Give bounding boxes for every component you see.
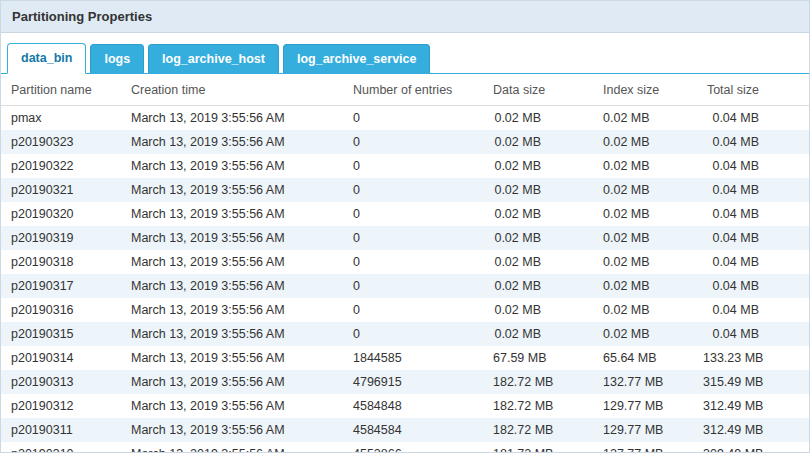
cell-total-size: 0.04 MB <box>693 274 810 298</box>
cell-number-of-entries: 0 <box>343 250 483 274</box>
table-row: p20190322March 13, 2019 3:55:56 AM00.02 … <box>1 154 810 178</box>
table-row: p20190312March 13, 2019 3:55:56 AM458484… <box>1 394 810 418</box>
tab-data_bin[interactable]: data_bin <box>7 43 86 74</box>
cell-number-of-entries: 4796915 <box>343 370 483 394</box>
table-row: p20190316March 13, 2019 3:55:56 AM00.02 … <box>1 298 810 322</box>
table-row: p20190323March 13, 2019 3:55:56 AM00.02 … <box>1 130 810 154</box>
cell-creation-time: March 13, 2019 3:55:56 AM <box>121 202 343 226</box>
table-body: pmaxMarch 13, 2019 3:55:56 AM00.02 MB0.0… <box>1 106 810 453</box>
cell-total-size: 0.04 MB <box>693 250 810 274</box>
cell-data-size: 0.02 MB <box>483 154 593 178</box>
cell-data-size: 0.02 MB <box>483 274 593 298</box>
cell-total-size: 0.04 MB <box>693 130 810 154</box>
cell-index-size: 0.02 MB <box>593 322 693 346</box>
cell-creation-time: March 13, 2019 3:55:56 AM <box>121 274 343 298</box>
cell-partition-name: p20190315 <box>1 322 121 346</box>
cell-partition-name: p20190313 <box>1 370 121 394</box>
cell-number-of-entries: 0 <box>343 274 483 298</box>
partitioning-properties-panel: Partitioning Properties data_binlogslog_… <box>0 0 810 453</box>
cell-index-size: 127.77 MB <box>593 442 693 453</box>
cell-number-of-entries: 4584848 <box>343 394 483 418</box>
cell-creation-time: March 13, 2019 3:55:56 AM <box>121 106 343 131</box>
cell-index-size: 0.02 MB <box>593 226 693 250</box>
cell-creation-time: March 13, 2019 3:55:56 AM <box>121 370 343 394</box>
cell-creation-time: March 13, 2019 3:55:56 AM <box>121 442 343 453</box>
cell-creation-time: March 13, 2019 3:55:56 AM <box>121 394 343 418</box>
cell-data-size: 182.72 MB <box>483 394 593 418</box>
cell-partition-name: p20190320 <box>1 202 121 226</box>
cell-data-size: 0.02 MB <box>483 250 593 274</box>
cell-partition-name: p20190316 <box>1 298 121 322</box>
cell-data-size: 0.02 MB <box>483 178 593 202</box>
cell-partition-name: p20190322 <box>1 154 121 178</box>
cell-data-size: 0.02 MB <box>483 298 593 322</box>
cell-data-size: 0.02 MB <box>483 106 593 131</box>
cell-partition-name: p20190317 <box>1 274 121 298</box>
title-bar: Partitioning Properties <box>1 1 809 33</box>
column-header-total-size: Total size <box>693 74 810 106</box>
cell-partition-name: p20190318 <box>1 250 121 274</box>
cell-partition-name: p20190314 <box>1 346 121 370</box>
cell-number-of-entries: 1844585 <box>343 346 483 370</box>
tab-log_archive_service[interactable]: log_archive_service <box>283 44 431 73</box>
tab-bar: data_binlogslog_archive_hostlog_archive_… <box>1 33 809 74</box>
table-row: p20190313March 13, 2019 3:55:56 AM479691… <box>1 370 810 394</box>
cell-total-size: 312.49 MB <box>693 394 810 418</box>
cell-partition-name: p20190323 <box>1 130 121 154</box>
table-row: p20190318March 13, 2019 3:55:56 AM00.02 … <box>1 250 810 274</box>
cell-index-size: 0.02 MB <box>593 250 693 274</box>
cell-number-of-entries: 4552866 <box>343 442 483 453</box>
cell-index-size: 0.02 MB <box>593 202 693 226</box>
cell-partition-name: pmax <box>1 106 121 131</box>
cell-total-size: 133.23 MB <box>693 346 810 370</box>
cell-index-size: 0.02 MB <box>593 178 693 202</box>
cell-total-size: 0.04 MB <box>693 226 810 250</box>
partitions-table: Partition nameCreation timeNumber of ent… <box>1 74 810 453</box>
cell-creation-time: March 13, 2019 3:55:56 AM <box>121 250 343 274</box>
cell-total-size: 0.04 MB <box>693 106 810 131</box>
cell-partition-name: p20190311 <box>1 418 121 442</box>
cell-creation-time: March 13, 2019 3:55:56 AM <box>121 178 343 202</box>
cell-index-size: 129.77 MB <box>593 418 693 442</box>
column-header-index-size: Index size <box>593 74 693 106</box>
cell-number-of-entries: 0 <box>343 322 483 346</box>
cell-total-size: 0.04 MB <box>693 154 810 178</box>
cell-index-size: 129.77 MB <box>593 394 693 418</box>
cell-index-size: 0.02 MB <box>593 130 693 154</box>
cell-index-size: 132.77 MB <box>593 370 693 394</box>
cell-data-size: 0.02 MB <box>483 202 593 226</box>
table-row: p20190320March 13, 2019 3:55:56 AM00.02 … <box>1 202 810 226</box>
cell-creation-time: March 13, 2019 3:55:56 AM <box>121 226 343 250</box>
column-header-number-of-entries: Number of entries <box>343 74 483 106</box>
cell-index-size: 0.02 MB <box>593 298 693 322</box>
cell-data-size: 67.59 MB <box>483 346 593 370</box>
table-row: p20190314March 13, 2019 3:55:56 AM184458… <box>1 346 810 370</box>
cell-number-of-entries: 0 <box>343 130 483 154</box>
table-row: p20190310March 13, 2019 3:55:56 AM455286… <box>1 442 810 453</box>
cell-number-of-entries: 0 <box>343 202 483 226</box>
tab-log_archive_host[interactable]: log_archive_host <box>148 44 279 73</box>
cell-total-size: 315.49 MB <box>693 370 810 394</box>
cell-index-size: 0.02 MB <box>593 106 693 131</box>
cell-data-size: 0.02 MB <box>483 226 593 250</box>
cell-number-of-entries: 0 <box>343 298 483 322</box>
cell-index-size: 65.64 MB <box>593 346 693 370</box>
cell-data-size: 0.02 MB <box>483 322 593 346</box>
column-header-creation-time: Creation time <box>121 74 343 106</box>
cell-partition-name: p20190312 <box>1 394 121 418</box>
cell-partition-name: p20190310 <box>1 442 121 453</box>
cell-index-size: 0.02 MB <box>593 274 693 298</box>
table-header-row: Partition nameCreation timeNumber of ent… <box>1 74 810 106</box>
table-row: p20190315March 13, 2019 3:55:56 AM00.02 … <box>1 322 810 346</box>
cell-creation-time: March 13, 2019 3:55:56 AM <box>121 346 343 370</box>
cell-data-size: 182.72 MB <box>483 370 593 394</box>
cell-number-of-entries: 0 <box>343 178 483 202</box>
cell-creation-time: March 13, 2019 3:55:56 AM <box>121 154 343 178</box>
tab-logs[interactable]: logs <box>90 44 144 73</box>
cell-total-size: 312.49 MB <box>693 418 810 442</box>
cell-total-size: 0.04 MB <box>693 202 810 226</box>
cell-data-size: 0.02 MB <box>483 130 593 154</box>
cell-number-of-entries: 0 <box>343 226 483 250</box>
cell-partition-name: p20190321 <box>1 178 121 202</box>
cell-creation-time: March 13, 2019 3:55:56 AM <box>121 130 343 154</box>
